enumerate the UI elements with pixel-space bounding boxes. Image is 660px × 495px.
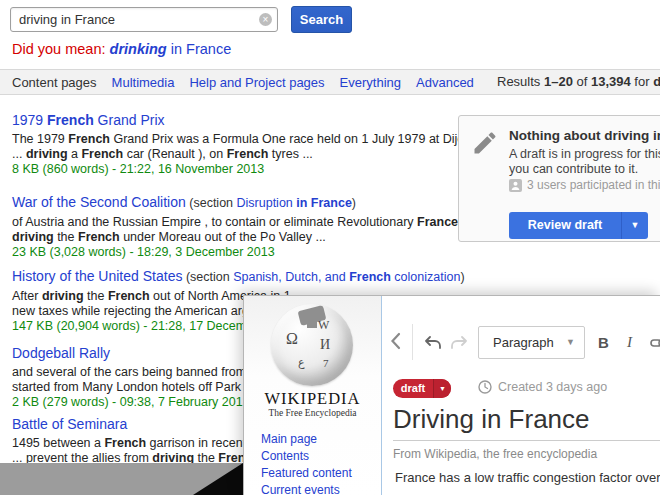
editor-toolbar: Paragraph ▼ B I bbox=[382, 296, 660, 369]
redo-icon[interactable] bbox=[450, 336, 468, 350]
back-chevron-icon[interactable] bbox=[390, 332, 401, 350]
sidebar-link-featured-content[interactable]: Featured content bbox=[261, 465, 352, 482]
tab-advanced[interactable]: Advanced bbox=[416, 75, 474, 90]
review-draft-button[interactable]: Review draft ▼ bbox=[509, 212, 648, 239]
toolbar-divider bbox=[412, 324, 413, 360]
article-subtitle: From Wikipedia, the free encyclopedia bbox=[393, 447, 597, 461]
result-title-link[interactable]: History of the United States (section Sp… bbox=[12, 268, 657, 286]
sidebar-link-current-events[interactable]: Current events bbox=[261, 482, 352, 495]
chevron-down-icon: ▼ bbox=[566, 327, 575, 358]
article-title: Driving in France bbox=[393, 404, 590, 435]
draft-editor-overlay: Ω W И 7 ع WIKIPEDIA The Free Encyclopedi… bbox=[243, 295, 660, 495]
sidebar-link-main-page[interactable]: Main page bbox=[261, 431, 352, 448]
result-section-link[interactable]: (section Spanish, Dutch, and French colo… bbox=[182, 270, 464, 284]
search-filter-bar: Content pagesMultimediaHelp and Project … bbox=[0, 69, 660, 95]
draft-panel-body-line1: A draft is in progress for this top bbox=[509, 147, 660, 162]
wiki-sidebar: Ω W И 7 ع WIKIPEDIA The Free Encyclopedi… bbox=[244, 296, 381, 495]
did-you-mean-label: Did you mean: bbox=[12, 41, 110, 57]
sidebar-link-contents[interactable]: Contents bbox=[261, 448, 352, 465]
globe-puzzle-piece bbox=[307, 320, 317, 328]
created-timestamp: Created 3 days ago bbox=[478, 380, 607, 394]
chevron-down-icon[interactable]: ▼ bbox=[434, 379, 451, 398]
wikipedia-tagline: The Free Encyclopedia bbox=[244, 408, 381, 418]
italic-button[interactable]: I bbox=[627, 334, 632, 351]
wiki-sidebar-links: Main pageContentsFeatured contentCurrent… bbox=[261, 431, 352, 495]
article-body-text[interactable]: France has a low traffic congestion fact… bbox=[395, 470, 660, 485]
did-you-mean-suggestion-link[interactable]: drinking bbox=[110, 41, 167, 57]
tab-help-and-project-pages[interactable]: Help and Project pages bbox=[189, 75, 324, 90]
did-you-mean-suggestion-rest[interactable]: in France bbox=[167, 41, 231, 57]
chevron-down-icon[interactable]: ▼ bbox=[622, 212, 648, 239]
draft-participants-text: 3 users participated in this dra bbox=[527, 178, 660, 192]
draft-status-badge[interactable]: draft ▼ bbox=[393, 379, 451, 398]
results-summary: Results 1–20 of 13,394 for driving bbox=[497, 70, 660, 94]
users-icon bbox=[509, 179, 522, 192]
search-button[interactable]: Search bbox=[291, 6, 352, 33]
editor-content: draft ▼ Created 3 days ago Driving in Fr… bbox=[382, 368, 660, 495]
bold-button[interactable]: B bbox=[598, 334, 609, 351]
draft-panel-heading: Nothing about driving in F bbox=[509, 128, 660, 143]
draft-notice-panel: Nothing about driving in F A draft is in… bbox=[458, 115, 660, 242]
wikipedia-wordmark: WIKIPEDIA bbox=[244, 389, 381, 409]
tab-bar-items: Content pagesMultimediaHelp and Project … bbox=[12, 70, 474, 94]
tab-everything[interactable]: Everything bbox=[340, 75, 401, 90]
draft-badge-label: draft bbox=[393, 379, 433, 398]
draft-panel-body-line2: you can contribute to it. bbox=[509, 162, 660, 177]
draft-panel-body: A draft is in progress for this top you … bbox=[509, 147, 660, 177]
clear-search-icon[interactable]: × bbox=[259, 13, 272, 26]
did-you-mean: Did you mean: drinking in France bbox=[12, 41, 231, 57]
result-section-link[interactable]: (section Disruption in France) bbox=[186, 196, 356, 210]
result-meta: 23 KB (3,028 words) - 18:29, 3 December … bbox=[12, 245, 657, 260]
undo-icon[interactable] bbox=[424, 336, 442, 350]
draft-participants: 3 users participated in this dra bbox=[509, 178, 660, 192]
paragraph-style-dropdown[interactable]: Paragraph ▼ bbox=[478, 326, 585, 359]
pencil-icon bbox=[471, 129, 499, 157]
created-text: Created 3 days ago bbox=[498, 380, 607, 394]
tab-content-pages[interactable]: Content pages bbox=[12, 75, 97, 90]
wikipedia-globe-logo: Ω W И 7 ع bbox=[271, 304, 353, 386]
link-icon[interactable] bbox=[650, 336, 660, 350]
clock-icon bbox=[478, 380, 492, 394]
tab-multimedia[interactable]: Multimedia bbox=[112, 75, 175, 90]
search-input[interactable] bbox=[10, 7, 278, 32]
review-draft-label: Review draft bbox=[509, 212, 621, 239]
paragraph-style-label: Paragraph bbox=[493, 327, 554, 358]
wikipedia-search-page: × Search Did you mean: drinking in Franc… bbox=[0, 0, 660, 495]
title-rule bbox=[393, 440, 660, 441]
